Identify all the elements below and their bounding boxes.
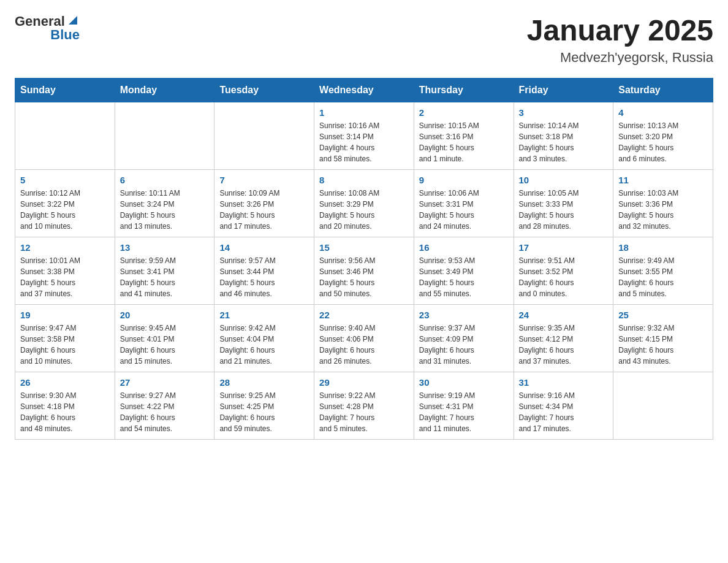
day-number: 12 (20, 242, 110, 253)
calendar-cell: 29Sunrise: 9:22 AM Sunset: 4:28 PM Dayli… (314, 372, 414, 439)
day-info: Sunrise: 9:32 AM Sunset: 4:15 PM Dayligh… (618, 323, 708, 367)
location-title: Medvezh'yegorsk, Russia (527, 50, 713, 66)
calendar-header-row: SundayMondayTuesdayWednesdayThursdayFrid… (15, 78, 713, 102)
day-header-thursday: Thursday (414, 78, 514, 102)
day-header-friday: Friday (514, 78, 613, 102)
day-number: 6 (120, 175, 210, 185)
day-info: Sunrise: 9:56 AM Sunset: 3:46 PM Dayligh… (319, 255, 409, 299)
day-header-sunday: Sunday (15, 78, 115, 102)
day-info: Sunrise: 10:01 AM Sunset: 3:38 PM Daylig… (20, 255, 110, 299)
day-number: 26 (20, 377, 110, 388)
week-row-2: 5Sunrise: 10:12 AM Sunset: 3:22 PM Dayli… (15, 169, 713, 237)
day-info: Sunrise: 10:05 AM Sunset: 3:33 PM Daylig… (519, 188, 609, 232)
day-info: Sunrise: 10:08 AM Sunset: 3:29 PM Daylig… (319, 188, 409, 232)
calendar-cell: 22Sunrise: 9:40 AM Sunset: 4:06 PM Dayli… (314, 304, 414, 372)
day-info: Sunrise: 9:16 AM Sunset: 4:34 PM Dayligh… (519, 390, 609, 434)
calendar-cell: 7Sunrise: 10:09 AM Sunset: 3:26 PM Dayli… (214, 169, 314, 237)
logo-general: General (15, 15, 65, 28)
calendar-cell: 16Sunrise: 9:53 AM Sunset: 3:49 PM Dayli… (414, 237, 514, 304)
calendar-cell: 28Sunrise: 9:25 AM Sunset: 4:25 PM Dayli… (214, 372, 314, 439)
calendar-cell: 4Sunrise: 10:13 AM Sunset: 3:20 PM Dayli… (613, 102, 713, 169)
calendar-cell: 6Sunrise: 10:11 AM Sunset: 3:24 PM Dayli… (115, 169, 214, 237)
day-info: Sunrise: 9:57 AM Sunset: 3:44 PM Dayligh… (219, 255, 309, 299)
day-number: 11 (618, 175, 708, 185)
day-info: Sunrise: 9:35 AM Sunset: 4:12 PM Dayligh… (519, 323, 609, 367)
day-info: Sunrise: 9:27 AM Sunset: 4:22 PM Dayligh… (120, 390, 210, 434)
day-info: Sunrise: 9:47 AM Sunset: 3:58 PM Dayligh… (20, 323, 110, 367)
day-info: Sunrise: 10:09 AM Sunset: 3:26 PM Daylig… (219, 188, 309, 232)
week-row-4: 19Sunrise: 9:47 AM Sunset: 3:58 PM Dayli… (15, 304, 713, 372)
calendar-cell: 15Sunrise: 9:56 AM Sunset: 3:46 PM Dayli… (314, 237, 414, 304)
calendar-cell: 1Sunrise: 10:16 AM Sunset: 3:14 PM Dayli… (314, 102, 414, 169)
day-number: 5 (20, 175, 110, 185)
calendar-cell: 10Sunrise: 10:05 AM Sunset: 3:33 PM Dayl… (514, 169, 613, 237)
day-info: Sunrise: 10:11 AM Sunset: 3:24 PM Daylig… (120, 188, 210, 232)
day-number: 28 (219, 377, 309, 388)
day-number: 1 (319, 107, 409, 118)
day-number: 20 (120, 310, 210, 320)
calendar-cell (115, 102, 214, 169)
day-info: Sunrise: 10:14 AM Sunset: 3:18 PM Daylig… (519, 120, 609, 164)
calendar-cell: 26Sunrise: 9:30 AM Sunset: 4:18 PM Dayli… (15, 372, 115, 439)
calendar-cell: 17Sunrise: 9:51 AM Sunset: 3:52 PM Dayli… (514, 237, 613, 304)
day-header-saturday: Saturday (613, 78, 713, 102)
svg-marker-0 (69, 16, 77, 25)
calendar-cell: 2Sunrise: 10:15 AM Sunset: 3:16 PM Dayli… (414, 102, 514, 169)
week-row-5: 26Sunrise: 9:30 AM Sunset: 4:18 PM Dayli… (15, 372, 713, 439)
calendar-cell: 25Sunrise: 9:32 AM Sunset: 4:15 PM Dayli… (613, 304, 713, 372)
day-number: 15 (319, 242, 409, 253)
calendar-cell: 8Sunrise: 10:08 AM Sunset: 3:29 PM Dayli… (314, 169, 414, 237)
day-info: Sunrise: 9:40 AM Sunset: 4:06 PM Dayligh… (319, 323, 409, 367)
day-number: 29 (319, 377, 409, 388)
calendar-cell: 23Sunrise: 9:37 AM Sunset: 4:09 PM Dayli… (414, 304, 514, 372)
calendar-cell: 30Sunrise: 9:19 AM Sunset: 4:31 PM Dayli… (414, 372, 514, 439)
day-info: Sunrise: 10:06 AM Sunset: 3:31 PM Daylig… (419, 188, 509, 232)
day-info: Sunrise: 9:42 AM Sunset: 4:04 PM Dayligh… (219, 323, 309, 367)
day-number: 18 (618, 242, 708, 253)
title-section: January 2025 Medvezh'yegorsk, Russia (527, 15, 713, 66)
logo: General Blue (15, 15, 80, 42)
month-title: January 2025 (527, 15, 713, 47)
day-number: 21 (219, 310, 309, 320)
calendar-cell: 18Sunrise: 9:49 AM Sunset: 3:55 PM Dayli… (613, 237, 713, 304)
calendar-cell: 20Sunrise: 9:45 AM Sunset: 4:01 PM Dayli… (115, 304, 214, 372)
calendar-cell: 13Sunrise: 9:59 AM Sunset: 3:41 PM Dayli… (115, 237, 214, 304)
day-number: 3 (519, 107, 609, 118)
logo-triangle-icon (66, 13, 80, 27)
day-info: Sunrise: 9:51 AM Sunset: 3:52 PM Dayligh… (519, 255, 609, 299)
logo-blue: Blue (50, 28, 80, 42)
day-number: 8 (319, 175, 409, 185)
day-number: 2 (419, 107, 509, 118)
day-info: Sunrise: 9:22 AM Sunset: 4:28 PM Dayligh… (319, 390, 409, 434)
day-info: Sunrise: 9:49 AM Sunset: 3:55 PM Dayligh… (618, 255, 708, 299)
day-number: 24 (519, 310, 609, 320)
calendar-cell: 11Sunrise: 10:03 AM Sunset: 3:36 PM Dayl… (613, 169, 713, 237)
day-number: 14 (219, 242, 309, 253)
day-number: 13 (120, 242, 210, 253)
day-number: 30 (419, 377, 509, 388)
day-header-monday: Monday (115, 78, 214, 102)
day-number: 16 (419, 242, 509, 253)
day-info: Sunrise: 9:19 AM Sunset: 4:31 PM Dayligh… (419, 390, 509, 434)
day-info: Sunrise: 9:45 AM Sunset: 4:01 PM Dayligh… (120, 323, 210, 367)
day-number: 4 (618, 107, 708, 118)
day-info: Sunrise: 10:16 AM Sunset: 3:14 PM Daylig… (319, 120, 409, 164)
day-info: Sunrise: 10:03 AM Sunset: 3:36 PM Daylig… (618, 188, 708, 232)
calendar-cell: 14Sunrise: 9:57 AM Sunset: 3:44 PM Dayli… (214, 237, 314, 304)
day-number: 17 (519, 242, 609, 253)
day-info: Sunrise: 10:13 AM Sunset: 3:20 PM Daylig… (618, 120, 708, 164)
day-info: Sunrise: 10:12 AM Sunset: 3:22 PM Daylig… (20, 188, 110, 232)
calendar-cell: 19Sunrise: 9:47 AM Sunset: 3:58 PM Dayli… (15, 304, 115, 372)
day-number: 19 (20, 310, 110, 320)
calendar-cell: 9Sunrise: 10:06 AM Sunset: 3:31 PM Dayli… (414, 169, 514, 237)
day-number: 25 (618, 310, 708, 320)
calendar-cell (214, 102, 314, 169)
day-number: 22 (319, 310, 409, 320)
calendar-cell (15, 102, 115, 169)
day-info: Sunrise: 9:30 AM Sunset: 4:18 PM Dayligh… (20, 390, 110, 434)
day-info: Sunrise: 9:37 AM Sunset: 4:09 PM Dayligh… (419, 323, 509, 367)
day-number: 10 (519, 175, 609, 185)
day-number: 31 (519, 377, 609, 388)
calendar-table: SundayMondayTuesdayWednesdayThursdayFrid… (15, 78, 713, 440)
calendar-cell: 21Sunrise: 9:42 AM Sunset: 4:04 PM Dayli… (214, 304, 314, 372)
